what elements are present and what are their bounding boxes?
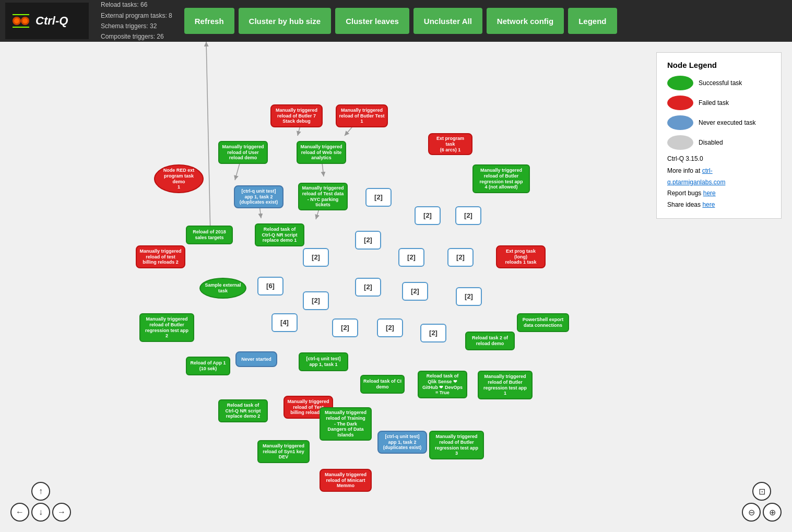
node-n39[interactable]: Manually triggered reload of Butler regr…: [478, 371, 533, 399]
node-n15[interactable]: [2]: [355, 231, 381, 250]
legend-item-never: Never executed task: [667, 115, 771, 130]
node-n22[interactable]: [6]: [257, 277, 283, 295]
stat-composite: Composite triggers: 26: [101, 31, 172, 42]
cluster-leaves-button[interactable]: Cluster leaves: [335, 8, 409, 34]
node-n21[interactable]: Sample external task: [199, 278, 246, 299]
node-n44[interactable]: Manually triggered reload of Butler regr…: [429, 431, 484, 459]
node-n5[interactable]: Ext program task (6 arcs) 1: [428, 133, 472, 155]
node-n7[interactable]: [ctrl-q unit test] app 1, task 2 (duplic…: [234, 185, 283, 208]
legend-button[interactable]: Legend: [568, 8, 617, 34]
node-n42[interactable]: Manually triggered reload of Training - …: [320, 407, 372, 441]
nav-row-fit: ⊡: [752, 482, 771, 501]
nav-up-button[interactable]: ↑: [31, 482, 50, 501]
node-n20[interactable]: Ext prog task (long) reloads 1 task: [496, 245, 546, 268]
legend-version: Ctrl-Q 3.15.0: [667, 155, 771, 162]
node-n32[interactable]: PowerShell export data connections: [517, 313, 569, 332]
legend-panel: Node Legend Successful task Failed task …: [656, 52, 782, 219]
uncluster-all-button[interactable]: Uncluster All: [413, 8, 482, 34]
node-n10[interactable]: Manually triggered reload of Butler regr…: [472, 164, 530, 193]
legend-item-success: Successful task: [667, 76, 771, 90]
network-config-button[interactable]: Network config: [487, 8, 564, 34]
node-n23[interactable]: [2]: [355, 278, 381, 297]
node-n6[interactable]: Node RED ext program task demo 1: [154, 164, 204, 193]
share-ideas-link[interactable]: here: [702, 201, 715, 208]
node-n34[interactable]: Never started: [235, 351, 277, 367]
node-n28[interactable]: [4]: [271, 313, 298, 332]
node-n1[interactable]: Manually triggered reload of Butler Test…: [336, 104, 388, 127]
legend-never-label: Never executed task: [699, 119, 755, 126]
nav-row-zoom: ⊖ ⊕: [742, 503, 782, 522]
main-canvas: Manually triggered reload of Butler Test…: [0, 42, 792, 532]
node-n38[interactable]: Reload task of Qlik Sense ❤ GitHub ❤ Dev…: [418, 371, 467, 398]
nav-right-button[interactable]: →: [52, 503, 71, 522]
logo-text: Ctrl-Q: [36, 14, 68, 28]
cluster-hub-button[interactable]: Cluster by hub size: [239, 8, 332, 34]
node-n45[interactable]: Manually triggered reload of Syn1 key DE…: [257, 440, 310, 463]
nav-zoom-out-button[interactable]: ⊖: [742, 503, 761, 522]
legend-failed-label: Failed task: [699, 99, 729, 107]
svg-point-2: [14, 18, 19, 23]
node-n26[interactable]: [2]: [303, 291, 329, 310]
node-n46[interactable]: Manually triggered reload of Minicart Me…: [320, 469, 372, 492]
legend-title: Node Legend: [667, 61, 771, 69]
node-n11[interactable]: [2]: [415, 206, 441, 225]
nav-controls-left: ↑ ← ↓ →: [10, 482, 71, 522]
node-n29[interactable]: [2]: [332, 318, 358, 337]
report-bugs-link[interactable]: here: [703, 190, 716, 197]
svg-line-12: [206, 42, 210, 235]
nav-controls-right: ⊡ ⊖ ⊕: [742, 482, 782, 522]
legend-item-failed: Failed task: [667, 96, 771, 110]
logo-icon: [10, 10, 31, 31]
node-n30[interactable]: [2]: [377, 318, 403, 337]
node-n19[interactable]: [2]: [447, 248, 474, 267]
stat-reload: Reload tasks: 66: [101, 0, 172, 10]
node-n13[interactable]: Reload of 2018 sales targets: [186, 226, 233, 244]
node-n9[interactable]: [2]: [365, 188, 392, 207]
svg-point-3: [22, 18, 28, 23]
node-n4[interactable]: Manually triggered reload of Web site an…: [297, 141, 346, 164]
node-n36[interactable]: [ctrl-q unit test] app 1, task 1: [299, 352, 348, 371]
node-n17[interactable]: [2]: [303, 248, 329, 267]
node-n14[interactable]: Reload task of Ctrl-Q NR script replace …: [255, 223, 304, 246]
stats-area: Reload tasks: 66 External program tasks:…: [101, 0, 172, 42]
legend-disabled-label: Disabled: [699, 139, 723, 146]
node-n18[interactable]: [2]: [398, 248, 424, 267]
node-n16[interactable]: Manually triggered reload of test billin…: [136, 245, 185, 268]
nav-row-up: ↑: [31, 482, 50, 501]
stat-external: External program tasks: 8: [101, 10, 172, 21]
nav-fit-button[interactable]: ⊡: [752, 482, 771, 501]
node-n8[interactable]: Manually triggered reload of Test data -…: [298, 183, 348, 210]
nav-left-button[interactable]: ←: [10, 503, 29, 522]
legend-links: More info at ctrl-q.ptarmiganlabs.com Re…: [667, 165, 771, 210]
node-n35[interactable]: Reload of App 1 (10 sek): [186, 357, 230, 375]
stat-schema: Schema triggers: 32: [101, 21, 172, 31]
node-n33[interactable]: Reload task 2 of reload demo: [465, 332, 515, 350]
node-n3[interactable]: Manually triggered reload of User reload…: [218, 141, 268, 164]
refresh-button[interactable]: Refresh: [184, 8, 234, 34]
node-n27[interactable]: Manually triggered reload of Butler regr…: [139, 313, 194, 342]
node-n2[interactable]: Manually triggered reload of Butler 7 St…: [270, 104, 323, 127]
nav-zoom-in-button[interactable]: ⊕: [763, 503, 782, 522]
node-n12[interactable]: [2]: [455, 206, 481, 225]
header: Ctrl-Q Reload tasks: 66 External program…: [0, 0, 792, 42]
node-n25[interactable]: [2]: [456, 287, 482, 306]
node-n43[interactable]: [ctrl-q unit test] app 1, task 2 (duplic…: [377, 431, 427, 454]
logo-area: Ctrl-Q: [5, 3, 89, 39]
nav-down-button[interactable]: ↓: [31, 503, 50, 522]
nav-row-mid: ← ↓ →: [10, 503, 71, 522]
node-n24[interactable]: [2]: [402, 282, 428, 301]
node-n37[interactable]: Reload task of CI demo: [360, 375, 405, 394]
legend-success-label: Successful task: [699, 79, 742, 87]
legend-item-disabled: Disabled: [667, 135, 771, 150]
node-n31[interactable]: [2]: [420, 324, 446, 342]
node-n40[interactable]: Reload task of Ctrl-Q NR script replace …: [218, 399, 268, 422]
